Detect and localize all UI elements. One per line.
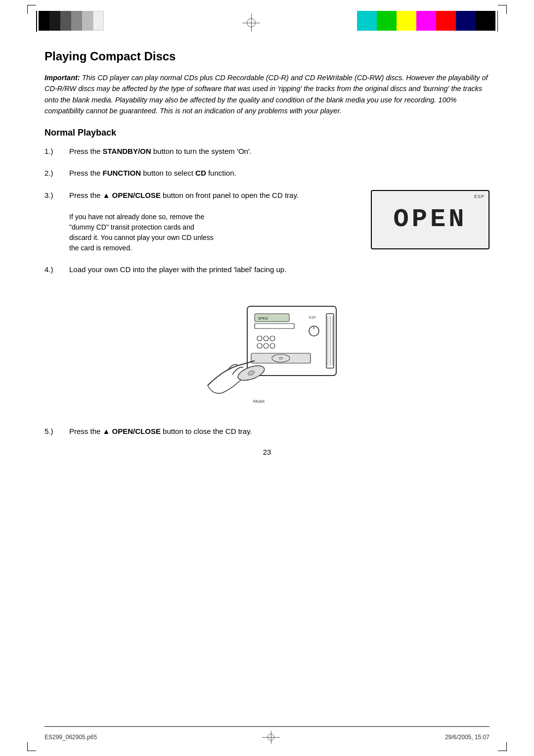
corner-mark-bl: [27, 742, 36, 751]
step-1-num: 1.): [44, 146, 69, 157]
corner-mark-tl: [27, 5, 36, 14]
intro-block: Important: This CD player can play norma…: [44, 72, 490, 117]
step-2: 2.) Press the FUNCTION button to select …: [44, 168, 490, 179]
svg-point-9: [257, 343, 262, 348]
top-color-strip: [39, 11, 104, 31]
color-swatch-black: [39, 11, 49, 31]
main-content: Playing Compact Discs Important: This CD…: [44, 49, 490, 716]
vline-left: [36, 11, 37, 32]
step-3-bold: OPEN/CLOSE: [112, 191, 161, 199]
footer-right: 29/6/2005, 15:07: [445, 734, 490, 741]
cd-player-illustration: Music ESP OPEN: [178, 286, 356, 415]
swatch-green: [377, 11, 397, 31]
step-4-num: 4.): [44, 264, 69, 276]
step-3: 3.) Press the ▲ OPEN/CLOSE button on fro…: [44, 190, 356, 201]
svg-rect-5: [255, 324, 294, 329]
footer-left: ES299_062905.p65: [44, 734, 97, 741]
swatch-cyan: [357, 11, 377, 31]
color-swatch-lightgray: [82, 11, 93, 31]
svg-point-14: [279, 357, 283, 359]
step-3-right: ESP OPEN: [371, 190, 490, 249]
step-1: 1.) Press the STANDBY/ON button to turn …: [44, 146, 490, 157]
swatch-black-right: [476, 11, 495, 31]
step-5-bold: OPEN/CLOSE: [112, 427, 161, 435]
step-2-content: Press the FUNCTION button to select CD f…: [69, 168, 490, 179]
step-2-bold2: CD: [195, 169, 206, 177]
intro-text: This CD player can play normal CDs plus …: [44, 74, 488, 115]
step-4: 4.) Load your own CD into the player wit…: [44, 264, 490, 276]
step-5: 5.) Press the ▲ OPEN/CLOSE button to clo…: [44, 426, 490, 437]
section-title-normal-playback: Normal Playback: [44, 128, 490, 138]
svg-point-6: [257, 336, 262, 341]
color-blocks-right: [357, 11, 495, 31]
swatch-yellow: [397, 11, 416, 31]
step-4-content: Load your own CD into the player with th…: [69, 264, 490, 276]
crosshair-circle-top: [247, 18, 256, 27]
footer: ES299_062905.p65 29/6/2005, 15:07: [44, 726, 490, 744]
svg-point-7: [264, 336, 268, 341]
vline-right: [497, 11, 498, 32]
lcd-display: ESP OPEN: [371, 190, 490, 249]
color-swatch-gray: [71, 11, 82, 31]
step-3-row: 3.) Press the ▲ OPEN/CLOSE button on fro…: [44, 190, 490, 254]
swatch-dark-blue: [456, 11, 476, 31]
color-swatch-white: [93, 11, 104, 31]
footer-middle: [262, 731, 280, 744]
step-1-content: Press the STANDBY/ON button to turn the …: [69, 146, 490, 157]
svg-text:OPEN: OPEN: [258, 316, 267, 321]
lcd-esp-label: ESP: [474, 194, 485, 199]
svg-point-11: [270, 343, 275, 348]
svg-text:ESP: ESP: [309, 316, 316, 319]
color-swatch-dark2: [60, 11, 71, 31]
intro-bold-label: Important:: [44, 74, 80, 82]
step-5-content: Press the ▲ OPEN/CLOSE button to close t…: [69, 426, 490, 437]
step-1-bold: STANDBY/ON: [103, 147, 151, 155]
svg-point-8: [270, 336, 275, 341]
lcd-open-text: OPEN: [394, 207, 467, 233]
illustration-container: Music ESP OPEN: [44, 286, 490, 415]
svg-text:Music: Music: [253, 399, 265, 404]
step-3-sub-content: If you have not already done so, remove …: [69, 213, 214, 252]
step-3-num: 3.): [44, 190, 69, 201]
step-5-num: 5.): [44, 426, 69, 437]
page-title: Playing Compact Discs: [44, 49, 490, 63]
step-3-sub-text: If you have not already done so, remove …: [69, 212, 356, 253]
page-number: 23: [44, 448, 490, 456]
step-2-bold: FUNCTION: [103, 169, 141, 177]
corner-mark-br: [498, 742, 507, 751]
crosshair-top: [242, 14, 260, 32]
step-2-num: 2.): [44, 168, 69, 179]
swatch-red: [436, 11, 456, 31]
crosshair-bottom-circle: [267, 734, 274, 741]
corner-mark-tr: [498, 5, 507, 14]
svg-point-10: [264, 343, 268, 348]
swatch-magenta: [416, 11, 436, 31]
color-swatch-dark1: [49, 11, 60, 31]
step-3-left: 3.) Press the ▲ OPEN/CLOSE button on fro…: [44, 190, 356, 254]
step-3-content: Press the ▲ OPEN/CLOSE button on front p…: [69, 190, 356, 201]
